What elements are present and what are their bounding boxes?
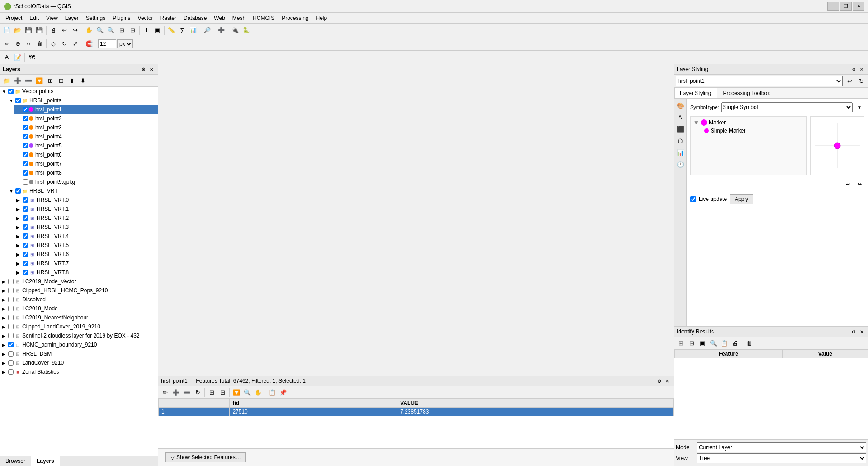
menu-settings[interactable]: Settings bbox=[82, 14, 109, 22]
identify-print-button[interactable]: 🖨 bbox=[730, 338, 740, 348]
copy-button[interactable]: 📋 bbox=[267, 387, 277, 397]
layer-checkbox-hrsl-point5[interactable] bbox=[23, 143, 28, 148]
layer-checkbox-zonal-stats[interactable] bbox=[8, 369, 14, 375]
layer-item-hrsl-vrt2[interactable]: ▶ ⊞ HRSL_VRT.2 bbox=[14, 214, 158, 223]
layer-checkbox-hrsl-vrt5[interactable] bbox=[23, 243, 28, 248]
layer-styling-refresh[interactable]: ↻ bbox=[856, 76, 866, 86]
style-color-button[interactable]: 🎨 bbox=[675, 100, 685, 110]
deselect-button[interactable]: ⊟ bbox=[217, 387, 227, 397]
identify-expand-button[interactable]: ⊞ bbox=[676, 338, 686, 348]
pan-selected-button[interactable]: ✋ bbox=[253, 387, 263, 397]
identify-zoom-button[interactable]: 🔍 bbox=[708, 338, 718, 348]
layer-checkbox-hcmc-admin[interactable] bbox=[8, 342, 14, 347]
layer-item-clipped-hrsl[interactable]: ▶ ⊞ Clipped_HRSL_HCMC_Pops_9210 bbox=[0, 286, 158, 295]
layer-item-hrsl-point9[interactable]: hrsl_point9.gpkg bbox=[14, 177, 158, 186]
feature-table-settings[interactable]: ⚙ bbox=[656, 377, 663, 385]
open-project-button[interactable]: 📂 bbox=[13, 25, 23, 35]
measure-button[interactable]: 📏 bbox=[166, 25, 176, 35]
close-button[interactable]: ✕ bbox=[853, 2, 864, 11]
layer-item-dissolved[interactable]: ▶ ⊞ Dissolved bbox=[0, 295, 158, 304]
expand-icon[interactable]: ▶ bbox=[16, 270, 22, 275]
pan-button[interactable]: ✋ bbox=[84, 25, 94, 35]
layer-checkbox-hrsl-vrt6[interactable] bbox=[23, 252, 28, 257]
identify-results-close[interactable]: ✕ bbox=[858, 328, 865, 335]
collapse-all-button[interactable]: ⊟ bbox=[56, 76, 66, 86]
layer-name-select[interactable]: hrsl_point1 bbox=[676, 76, 843, 86]
layer-checkbox-hrsl-point3[interactable] bbox=[23, 125, 28, 130]
layer-styling-settings[interactable]: ⚙ bbox=[850, 66, 857, 73]
delete-feature-button[interactable]: 🗑 bbox=[34, 39, 44, 49]
layer-checkbox-hrsl-point8[interactable] bbox=[23, 170, 28, 176]
statistics-button[interactable]: 📊 bbox=[188, 25, 198, 35]
add-group-button[interactable]: 📁 bbox=[2, 76, 12, 86]
layer-item-hrsl-vrt3[interactable]: ▶ ⊞ HRSL_VRT.3 bbox=[14, 223, 158, 232]
layer-checkbox-hrsl-vrt2[interactable] bbox=[23, 215, 28, 221]
zoom-in-button[interactable]: 🔍 bbox=[95, 25, 105, 35]
symbol-tree-marker[interactable]: ▼ Marker bbox=[693, 119, 804, 127]
snapping-button[interactable]: 🧲 bbox=[84, 39, 94, 49]
style-diagram-button[interactable]: 📊 bbox=[675, 147, 685, 157]
paste-button[interactable]: 📌 bbox=[278, 387, 288, 397]
menu-project[interactable]: Project bbox=[2, 14, 26, 22]
layer-item-sentinel2[interactable]: ▶ ⊞ Sentinel-2 cloudless layer for 2019 … bbox=[0, 331, 158, 340]
layer-item-hrsl-vrt7[interactable]: ▶ ⊞ HRSL_VRT.7 bbox=[14, 259, 158, 268]
expand-icon[interactable]: ▶ bbox=[16, 261, 22, 266]
layer-item-hrsl-vrt4[interactable]: ▶ ⊞ HRSL_VRT.4 bbox=[14, 232, 158, 241]
font-size-input[interactable] bbox=[98, 39, 116, 48]
layer-item-hrsl-point7[interactable]: hrsl_point7 bbox=[14, 159, 158, 168]
move-down-button[interactable]: ⬇ bbox=[78, 76, 88, 86]
layers-tab[interactable]: Layers bbox=[31, 456, 60, 466]
layer-checkbox-lc2019-nearest[interactable] bbox=[8, 315, 14, 320]
expand-icon[interactable]: ▼ bbox=[2, 89, 7, 94]
rotate-button[interactable]: ↻ bbox=[59, 39, 69, 49]
menu-layer[interactable]: Layer bbox=[61, 14, 82, 22]
expand-icon[interactable]: ▶ bbox=[2, 352, 7, 357]
filter-table-button[interactable]: 🔽 bbox=[231, 387, 241, 397]
layer-checkbox-hrsl-points[interactable] bbox=[15, 98, 21, 103]
expand-icon[interactable]: ▼ bbox=[9, 98, 14, 103]
label-button[interactable]: A bbox=[2, 52, 12, 62]
expand-all-button[interactable]: ⊞ bbox=[45, 76, 55, 86]
tab-processing-toolbox[interactable]: Processing Toolbox bbox=[717, 88, 776, 98]
expand-icon[interactable]: ▶ bbox=[2, 315, 7, 320]
identify-select-button[interactable]: ▣ bbox=[698, 338, 708, 348]
layer-styling-close[interactable]: ✕ bbox=[858, 66, 865, 73]
add-feature-button[interactable]: ⊕ bbox=[13, 39, 23, 49]
apply-button[interactable]: Apply bbox=[730, 194, 753, 204]
expand-icon[interactable]: ▶ bbox=[2, 297, 7, 302]
print-button[interactable]: 🖨 bbox=[48, 25, 58, 35]
refresh-table-button[interactable]: ↻ bbox=[193, 387, 203, 397]
minimize-button[interactable]: — bbox=[827, 2, 839, 11]
vertex-button[interactable]: ◇ bbox=[48, 39, 58, 49]
annotation-button[interactable]: 📝 bbox=[13, 52, 23, 62]
delete-row-button[interactable]: ➖ bbox=[182, 387, 192, 397]
expand-icon[interactable]: ▶ bbox=[2, 342, 7, 347]
identify-collapse-button[interactable]: ⊟ bbox=[687, 338, 697, 348]
add-layer-button[interactable]: ➕ bbox=[216, 25, 226, 35]
redo-style-button[interactable]: ↪ bbox=[854, 179, 864, 189]
layer-checkbox-hrsl-vrt7[interactable] bbox=[23, 261, 28, 266]
layer-checkbox-dissolved[interactable] bbox=[8, 297, 14, 302]
browser-tab[interactable]: Browser bbox=[0, 456, 31, 466]
menu-help[interactable]: Help bbox=[312, 14, 331, 22]
expand-icon[interactable]: ▶ bbox=[2, 306, 7, 311]
layer-item-hrsl-points[interactable]: ▼ 📁 HRSL_points bbox=[7, 96, 158, 105]
redo-button[interactable]: ↪ bbox=[70, 25, 80, 35]
layers-panel-close[interactable]: ✕ bbox=[148, 66, 155, 73]
menu-edit[interactable]: Edit bbox=[26, 14, 42, 22]
filter-button[interactable]: 🔽 bbox=[34, 76, 44, 86]
layer-checkbox-clipped-hrsl[interactable] bbox=[8, 288, 14, 293]
layer-checkbox-hrsl-vrt[interactable] bbox=[15, 188, 21, 194]
identify-button[interactable]: ℹ bbox=[142, 25, 151, 35]
menu-web[interactable]: Web bbox=[210, 14, 228, 22]
symbol-type-select[interactable]: Single Symbol bbox=[721, 102, 853, 112]
expand-icon[interactable]: ▶ bbox=[16, 243, 22, 248]
mode-select[interactable]: Current Layer Top Down All Layers bbox=[697, 442, 866, 452]
layer-item-lc2019-nearest[interactable]: ▶ ⊞ LC2019_NearestNeighbour bbox=[0, 313, 158, 322]
layer-item-hrsl-vrt5[interactable]: ▶ ⊞ HRSL_VRT.5 bbox=[14, 241, 158, 250]
new-project-button[interactable]: 📄 bbox=[2, 25, 12, 35]
layer-item-lc2019-mode[interactable]: ▶ ⊞ LC2019_Mode bbox=[0, 304, 158, 313]
calculator-button[interactable]: ∑ bbox=[177, 25, 187, 35]
expand-icon[interactable]: ▶ bbox=[16, 234, 22, 239]
layer-checkbox-sentinel2[interactable] bbox=[8, 333, 14, 338]
